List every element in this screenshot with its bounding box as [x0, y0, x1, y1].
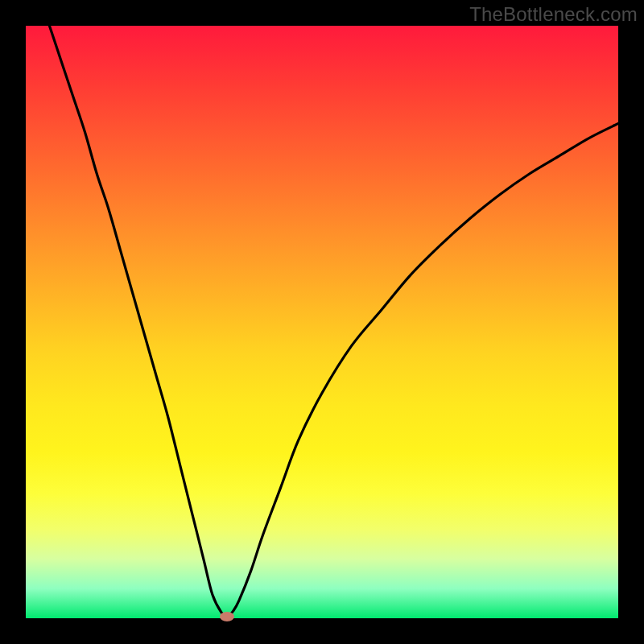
- chart-frame: TheBottleneck.com: [0, 0, 644, 644]
- optimal-point-marker: [220, 612, 234, 621]
- watermark-text: TheBottleneck.com: [469, 3, 638, 26]
- plot-area: [26, 26, 618, 618]
- bottleneck-curve: [26, 26, 618, 618]
